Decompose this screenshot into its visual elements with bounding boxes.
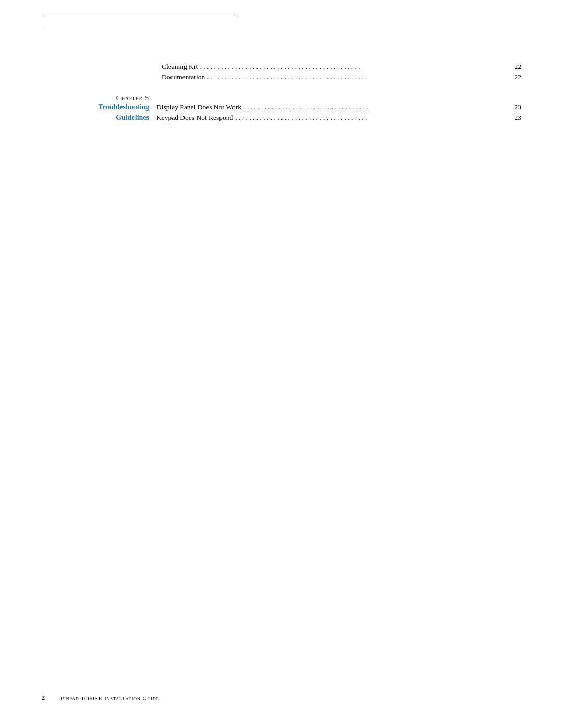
toc-page-documentation: 22: [515, 73, 522, 81]
toc-label-cleaning-kit: Cleaning Kit: [162, 63, 198, 71]
chapter-title-troubleshooting: Troubleshooting: [42, 102, 149, 113]
toc-row-documentation: Documentation . . . . . . . . . . . . . …: [42, 73, 521, 81]
toc-page-display-panel: 23: [515, 103, 522, 112]
toc-dots-keypad: . . . . . . . . . . . . . . . . . . . . …: [235, 114, 512, 122]
toc-dots-cleaning-kit: . . . . . . . . . . . . . . . . . . . . …: [200, 63, 510, 71]
top-corner-mark: [42, 16, 42, 26]
toc-row-keypad: Keypad Does Not Respond . . . . . . . . …: [156, 114, 521, 122]
toc-label-documentation: Documentation: [162, 73, 205, 81]
toc-label-display-panel: Display Panel Does Not Work: [156, 103, 241, 112]
toc-dots-display-panel: . . . . . . . . . . . . . . . . . . . . …: [243, 103, 512, 112]
chapter-title-guidelines: Guidelines: [42, 113, 149, 123]
top-border-line: [42, 16, 235, 16]
footer: 2 Pinpad 1000SE Installation Guide: [42, 694, 521, 702]
chapter-entries: Display Panel Does Not Work . . . . . . …: [156, 94, 521, 124]
toc-label-keypad: Keypad Does Not Respond: [156, 114, 233, 122]
toc-page-cleaning-kit: 22: [515, 63, 522, 71]
chapter-5-section: Chapter 5 Troubleshooting Guidelines Dis…: [42, 94, 521, 124]
chapter-left-panel: Chapter 5 Troubleshooting Guidelines: [42, 94, 156, 124]
footer-page-number: 2: [42, 694, 45, 702]
chapter-label: Chapter 5: [116, 94, 149, 102]
content-area: Cleaning Kit . . . . . . . . . . . . . .…: [42, 52, 521, 124]
toc-row-display-panel: Display Panel Does Not Work . . . . . . …: [156, 103, 521, 112]
toc-dots-documentation: . . . . . . . . . . . . . . . . . . . . …: [207, 73, 510, 81]
toc-row-cleaning-kit: Cleaning Kit . . . . . . . . . . . . . .…: [42, 63, 521, 71]
footer-title: Pinpad 1000SE Installation Guide: [60, 695, 160, 701]
toc-page-keypad: 23: [515, 114, 522, 122]
page-container: Cleaning Kit . . . . . . . . . . . . . .…: [0, 0, 563, 728]
toc-section-top: Cleaning Kit . . . . . . . . . . . . . .…: [42, 63, 521, 81]
